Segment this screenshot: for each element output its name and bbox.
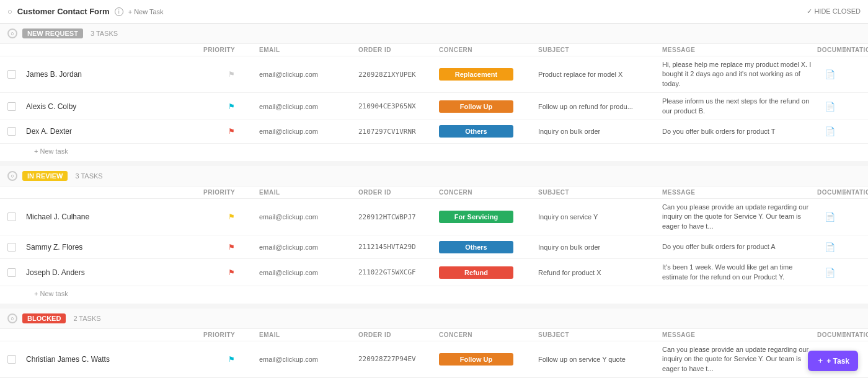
row-email: email@clickup.com [259, 243, 358, 251]
table-row: Michael J. Culhane ⚑ email@clickup.com 2… [0, 199, 868, 235]
table-row: James B. Jordan ⚑ email@clickup.com 2209… [0, 56, 868, 93]
row-priority[interactable]: ⚑ [203, 70, 259, 79]
col-documentation: DOCUMENTATION [817, 189, 842, 196]
row-checkbox[interactable] [7, 212, 26, 221]
section-header-in-review: ○ IN REVIEW 3 TASKS [0, 166, 868, 186]
row-documentation[interactable]: 📄 [817, 69, 842, 79]
section-task-count-in-review: 3 TASKS [75, 172, 102, 180]
row-email: email@clickup.com [259, 103, 358, 110]
row-priority[interactable]: ⚑ [203, 243, 259, 252]
row-checkbox[interactable] [7, 268, 26, 277]
main-content: ○ NEW REQUEST 3 TASKS PRIORITY EMAIL ORD… [0, 24, 868, 381]
table-row: Christian James C. Watts ⚑ email@clickup… [0, 341, 868, 378]
row-priority[interactable]: ⚑ [203, 102, 259, 111]
row-documentation[interactable]: 📄 [817, 242, 842, 252]
row-message: It's been 1 week. We would like get an t… [662, 263, 817, 282]
new-task-row-new-request[interactable]: + New task [0, 144, 868, 161]
row-priority[interactable]: ⚑ [203, 127, 259, 136]
row-documentation[interactable]: 📄 [817, 102, 842, 112]
concern-badge: Others [439, 125, 513, 138]
concern-badge: Refund [439, 266, 513, 279]
row-order-id: 211022GT5WXCGF [358, 268, 439, 276]
col-message: MESSAGE [662, 331, 817, 338]
row-order-id: 220912HTCWBPJ7 [358, 213, 439, 221]
section-task-count-new-request: 3 TASKS [91, 30, 118, 37]
row-email: email@clickup.com [259, 128, 358, 135]
priority-flag-icon: ⚑ [228, 127, 235, 136]
row-checkbox[interactable] [7, 102, 26, 111]
info-icon[interactable]: i [115, 7, 123, 16]
row-concern: Replacement [439, 68, 538, 81]
row-subject: Inquiry on service Y [538, 213, 662, 221]
section-toggle-in-review[interactable]: ○ [7, 171, 17, 181]
row-name: Christian James C. Watts [26, 355, 162, 364]
section-divider [0, 161, 868, 166]
hide-closed-toggle[interactable]: ✓ HIDE CLOSED [807, 7, 861, 15]
col-email: EMAIL [259, 331, 358, 338]
row-name: Dex A. Dexter [26, 127, 162, 136]
col-concern: CONCERN [439, 189, 538, 196]
col-subject: SUBJECT [538, 46, 662, 53]
section-badge-blocked: BLOCKED [22, 313, 66, 323]
priority-flag-icon: ⚑ [228, 355, 235, 364]
section-toggle-blocked[interactable]: ○ [7, 313, 17, 323]
row-order-id: 210904CE3P65NX [358, 102, 439, 110]
row-documentation[interactable]: 📄 [817, 268, 842, 278]
row-priority[interactable]: ⚑ [203, 355, 259, 364]
new-task-row-in-review[interactable]: + New task [0, 286, 868, 304]
add-task-button[interactable]: ＋ + Task [808, 351, 858, 371]
col-plus[interactable]: ⊕ [842, 46, 861, 53]
row-subject: Inquiry on bulk order [538, 243, 662, 251]
row-concern: Follow Up [439, 353, 538, 366]
table-row: Dom C. Deveraux ⚑ email@clickup.com 2108… [0, 378, 868, 381]
plus-icon: ＋ [817, 356, 824, 366]
table-row: Alexis C. Colby ⚑ email@clickup.com 2109… [0, 93, 868, 120]
concern-badge: Follow Up [439, 353, 513, 366]
row-documentation[interactable]: 📄 [817, 126, 842, 136]
section-toggle-new-request[interactable]: ○ [7, 28, 17, 38]
section-header-blocked: ○ BLOCKED 2 TASKS [0, 309, 868, 329]
row-checkbox[interactable] [7, 70, 26, 79]
col-order-id: ORDER ID [358, 189, 439, 196]
row-priority[interactable]: ⚑ [203, 268, 259, 277]
row-subject: Refund for product X [538, 269, 662, 276]
col-plus[interactable]: ⊕ [842, 331, 861, 338]
row-name: James B. Jordan [26, 70, 162, 79]
section-in-review: ○ IN REVIEW 3 TASKS PRIORITY EMAIL ORDER… [0, 166, 868, 309]
col-subject: SUBJECT [538, 189, 662, 196]
row-name: Alexis C. Colby [26, 102, 162, 111]
col-plus[interactable]: ⊕ [842, 189, 861, 196]
row-order-id: 220928Z1XYUPEK [358, 71, 439, 79]
row-order-id: 2112145HVTA29D [358, 243, 439, 251]
col-email: EMAIL [259, 189, 358, 196]
table-header-new-request: PRIORITY EMAIL ORDER ID CONCERN SUBJECT … [0, 44, 868, 56]
page-title: Customer Contact Form [17, 7, 110, 16]
concern-badge: Others [439, 241, 513, 253]
new-task-button[interactable]: + New Task [128, 8, 164, 15]
col-order-id: ORDER ID [358, 331, 439, 338]
concern-badge: For Servicing [439, 211, 513, 223]
row-documentation[interactable]: 📄 [817, 212, 842, 222]
col-message: MESSAGE [662, 189, 817, 196]
row-checkbox[interactable] [7, 127, 26, 136]
section-badge-new-request: NEW REQUEST [22, 28, 83, 38]
header-left: ○ Customer Contact Form i + New Task [7, 7, 164, 16]
row-order-id: 220928Z27P94EV [358, 355, 439, 363]
col-priority: PRIORITY [203, 46, 259, 53]
row-priority[interactable]: ⚑ [203, 212, 259, 221]
row-subject: Follow up on refund for produ... [538, 103, 662, 110]
section-blocked: ○ BLOCKED 2 TASKS PRIORITY EMAIL ORDER I… [0, 309, 868, 381]
col-email: EMAIL [259, 46, 358, 53]
row-email: email@clickup.com [259, 356, 358, 363]
row-checkbox[interactable] [7, 355, 26, 364]
priority-flag-icon: ⚑ [228, 243, 235, 252]
section-header-new-request: ○ NEW REQUEST 3 TASKS [0, 24, 868, 44]
section-task-count-blocked: 2 TASKS [73, 315, 100, 322]
priority-flag-icon: ⚑ [228, 102, 235, 111]
row-checkbox[interactable] [7, 243, 26, 252]
concern-badge: Replacement [439, 68, 513, 81]
concern-badge: Follow Up [439, 100, 513, 113]
add-task-label: + Task [826, 357, 849, 366]
table-row: Joseph D. Anders ⚑ email@clickup.com 211… [0, 259, 868, 286]
row-message: Do you offer bulk orders for product A [662, 242, 817, 252]
